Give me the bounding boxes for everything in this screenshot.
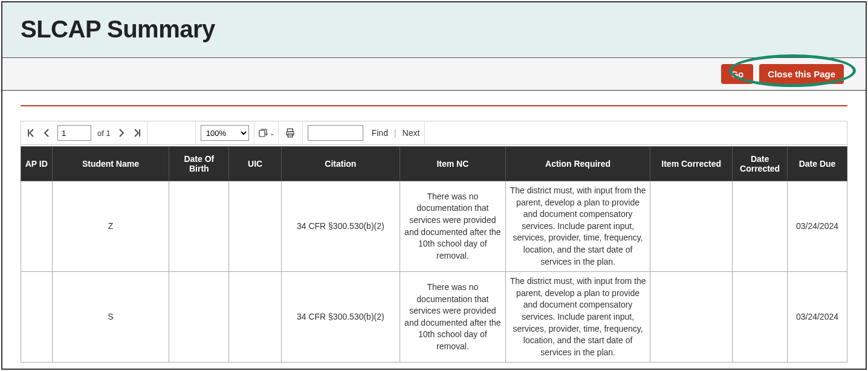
col-uic: UIC (229, 147, 282, 181)
cell-citation: 34 CFR §300.530(b)(2) (281, 272, 400, 363)
cell-dob (169, 272, 229, 363)
cell-dob (169, 181, 229, 272)
page-of-label: of 1 (97, 129, 111, 138)
cell-action: The district must, with input from the p… (506, 272, 650, 363)
cell-item-corr (650, 181, 733, 272)
first-page-icon[interactable] (26, 128, 36, 138)
col-item-nc: Item NC (400, 147, 505, 181)
cell-item-nc: There was no documentation that services… (400, 272, 505, 363)
col-citation: Citation (281, 147, 400, 181)
cell-action: The district must, with input from the p… (506, 181, 650, 272)
close-page-button[interactable]: Close this Page (759, 64, 844, 84)
cell-date-due: 03/24/2024 (787, 272, 847, 363)
cell-item-nc: There was no documentation that services… (400, 181, 505, 272)
cell-uic (229, 272, 282, 363)
cell-date-due: 03/24/2024 (787, 181, 847, 272)
cell-apid (21, 181, 53, 272)
divider-rule (21, 105, 847, 106)
cell-apid (21, 272, 53, 363)
svg-rect-1 (288, 129, 293, 132)
print-button[interactable] (279, 121, 303, 144)
action-bar: Go Close this Page (2, 58, 866, 91)
header-band: SLCAP Summary (2, 2, 866, 58)
report-toolbar: of 1 100% ⌄ Find | Next (21, 121, 847, 145)
cell-name: S (52, 272, 169, 363)
table-row: Z 34 CFR §300.530(b)(2) There was no doc… (21, 181, 847, 272)
svg-rect-0 (259, 131, 265, 137)
cell-item-corr (650, 272, 733, 363)
col-item-corrected: Item Corrected (650, 147, 733, 181)
last-page-icon[interactable] (132, 128, 142, 138)
prev-page-icon[interactable] (42, 128, 51, 138)
toolbar-divider: | (394, 128, 397, 138)
find-input[interactable] (308, 125, 363, 141)
col-action-required: Action Required (506, 147, 650, 181)
col-student-name: Student Name (52, 147, 169, 181)
page-title: SLCAP Summary (21, 16, 847, 43)
cell-citation: 34 CFR §300.530(b)(2) (281, 181, 400, 272)
next-button[interactable]: Next (403, 128, 420, 138)
cell-name: Z (52, 181, 169, 272)
next-page-icon[interactable] (117, 128, 126, 138)
summary-table: AP ID Student Name Date Of Birth UIC Cit… (21, 146, 847, 363)
cell-date-corr (733, 181, 788, 272)
col-date-corrected: Date Corrected (733, 147, 788, 181)
cell-date-corr (733, 272, 788, 363)
page-number-input[interactable] (57, 125, 91, 141)
find-button[interactable]: Find (372, 128, 388, 138)
col-date-due: Date Due (787, 147, 847, 181)
zoom-select[interactable]: 100% (201, 125, 249, 141)
table-row: S 34 CFR §300.530(b)(2) There was no doc… (21, 272, 847, 363)
cell-uic (229, 181, 282, 272)
col-dob: Date Of Birth (169, 147, 229, 181)
go-button[interactable]: Go (721, 64, 753, 84)
col-ap-id: AP ID (21, 147, 53, 181)
export-button[interactable]: ⌄ (254, 121, 279, 144)
